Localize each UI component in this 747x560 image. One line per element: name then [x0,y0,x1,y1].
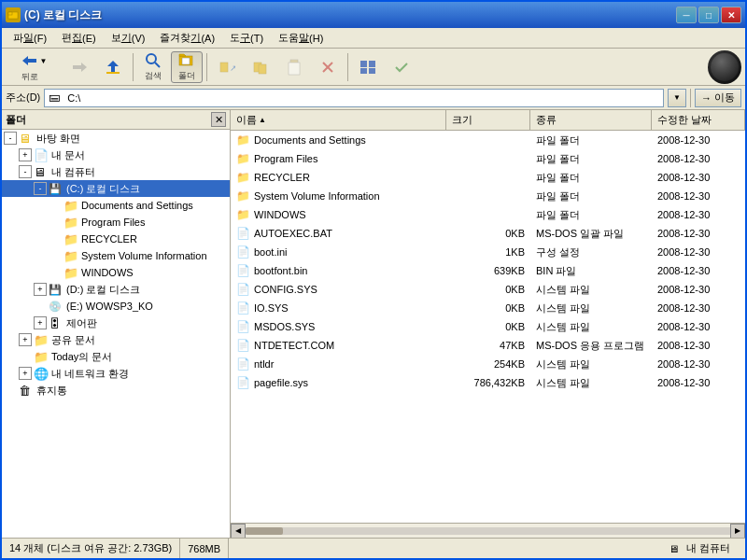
tree-item-mycomputer[interactable]: - 🖥 내 컴퓨터 [2,163,230,180]
search-button[interactable]: 검색 [137,51,169,83]
table-row[interactable]: 📁 Documents and Settings 파일 폴더 2008-12-3… [231,131,745,149]
file-sys-icon: 📄 [236,357,251,371]
menu-help[interactable]: 도움말(H) [271,29,331,48]
no-expand-programs [49,216,62,229]
tree-item-mydocs[interactable]: + 📄 내 문서 [2,147,230,163]
table-row[interactable]: 📁 WINDOWS 파일 폴더 2008-12-30 [231,205,745,224]
expand-shared-docs[interactable]: + [19,333,32,346]
expand-mycomputer[interactable]: - [19,165,32,178]
close-button[interactable]: ✕ [721,7,741,23]
file-type: 시스템 파일 [530,319,652,335]
move-button[interactable]: ↗ [211,51,243,83]
search-icon [144,51,162,68]
folder-locked-icon: 📁 [236,189,251,203]
expand-control-panel[interactable]: + [34,316,47,329]
table-row[interactable]: 📁 Program Files 파일 폴더 2008-12-30 [231,149,745,168]
status-size-label: 768MB [188,543,220,554]
tree-item-control-panel[interactable]: + 🎛 제어판 [2,315,230,331]
table-row[interactable]: 📄 bootfont.bin 639KB BIN 파일 2008-12-30 [231,261,745,280]
scroll-track[interactable] [246,527,730,535]
table-row[interactable]: 📄 IO.SYS 0KB 시스템 파일 2008-12-30 [231,299,745,317]
file-name-program-files: 📁 Program Files [231,150,446,167]
address-input[interactable] [67,92,659,104]
table-row[interactable]: 📄 ntldr 254KB 시스템 파일 2008-12-30 [231,355,745,373]
copy-button[interactable] [245,51,276,83]
tree-item-sysvolinfo[interactable]: 📁 System Volume Information [2,247,230,264]
tree-item-desktop[interactable]: - 🖥 바탕 화면 [2,130,230,147]
computer-icon: 🖥 [669,543,679,554]
svg-rect-23 [369,61,375,67]
file-size: 1KB [446,245,530,259]
tree-item-shared-docs[interactable]: + 📁 공유 문서 [2,331,230,348]
tree-item-recycler[interactable]: 📁 RECYCLER [2,231,230,247]
col-header-date[interactable]: 수정한 날짜 [652,110,745,130]
tree-item-docs-settings[interactable]: 📁 Documents and Settings [2,197,230,214]
expand-mydocs[interactable]: + [19,148,32,161]
tree-item-todays-docs[interactable]: 📁 Today의 문서 [2,348,230,365]
table-row[interactable]: 📄 pagefile.sys 786,432KB 시스템 파일 2008-12-… [231,373,745,392]
tree-item-drive-e[interactable]: 💿 (E:) WOWSP3_KO [2,298,230,315]
menu-view[interactable]: 보기(V) [104,29,153,48]
maximize-button[interactable]: □ [698,7,719,23]
col-header-size[interactable]: 크기 [446,110,530,130]
tree-close-button[interactable]: ✕ [211,112,226,127]
views-button[interactable] [352,51,384,83]
tree-item-drive-d[interactable]: + 💾 (D:) 로컬 디스크 [2,281,230,298]
menu-file[interactable]: 파일(F) [6,29,54,48]
verify-button[interactable] [386,51,417,83]
file-size [446,214,530,216]
tree-item-drive-c[interactable]: - 💾 (C:) 로컬 디스크 [2,180,230,197]
file-name-ntldr: 📄 ntldr [231,356,446,372]
expand-desktop[interactable]: - [4,132,17,145]
expand-drive-d[interactable]: + [34,283,47,296]
table-row[interactable]: 📄 AUTOEXEC.BAT 0KB MS-DOS 일괄 파일 2008-12-… [231,224,745,243]
file-size: 0KB [446,320,530,333]
delete-button[interactable] [312,51,344,83]
menu-edit[interactable]: 편집(E) [54,29,104,48]
tree-label-todays-docs: Today의 문서 [51,350,112,364]
file-type: 시스템 파일 [530,375,652,391]
paste-button[interactable] [278,51,310,83]
table-row[interactable]: 📄 CONFIG.SYS 0KB 시스템 파일 2008-12-30 [231,280,745,299]
tree-label-control-panel: 제어판 [66,316,97,330]
table-row[interactable]: 📁 System Volume Information 파일 폴더 2008-1… [231,187,745,205]
up-button[interactable] [97,51,129,83]
folders-button[interactable]: 폴더 [171,51,203,83]
search-label: 검색 [145,70,162,82]
main-content: 폴더 ✕ - 🖥 바탕 화면 + 📄 내 문서 - 🖥 내 컴퓨터 [2,110,745,538]
file-size [446,139,530,141]
tree-item-recycle-bin[interactable]: 🗑 휴지통 [2,382,230,399]
expand-drive-c[interactable]: - [34,182,47,195]
menu-favorites[interactable]: 즐겨찾기(A) [152,29,222,48]
file-size: 0KB [446,301,530,315]
table-row[interactable]: 📄 MSDOS.SYS 0KB 시스템 파일 2008-12-30 [231,317,745,336]
forward-button[interactable] [63,51,95,83]
col-header-name[interactable]: 이름 ▲ [231,110,446,130]
table-row[interactable]: 📄 NTDETECT.COM 47KB MS-DOS 응용 프로그램 2008-… [231,336,745,355]
file-date: 2008-12-30 [652,208,745,221]
expand-network[interactable]: + [19,367,32,380]
tree-item-windows[interactable]: 📁 WINDOWS [2,264,230,281]
scroll-thumb[interactable] [246,527,283,535]
col-type-label: 종류 [536,113,557,127]
col-header-type[interactable]: 종류 [530,110,652,130]
address-dropdown[interactable]: ▼ [668,89,686,107]
address-go-button[interactable]: → 이동 [695,89,741,107]
file-list-header: 이름 ▲ 크기 종류 수정한 날짜 [231,110,745,131]
menu-tools[interactable]: 도구(T) [222,29,271,48]
back-button[interactable]: 뒤로 ▼ [6,51,62,83]
horizontal-scrollbar[interactable]: ◀ ▶ [231,523,745,538]
status-location: 🖥 내 컴퓨터 [661,539,738,558]
tree-item-network[interactable]: + 🌐 내 네트워크 환경 [2,365,230,382]
file-bin-icon: 📄 [236,263,251,278]
tree-item-program-files[interactable]: 📁 Program Files [2,214,230,231]
scroll-right-arrow[interactable]: ▶ [730,524,745,539]
scroll-left-arrow[interactable]: ◀ [231,524,246,539]
minimize-button[interactable]: ─ [676,7,697,23]
table-row[interactable]: 📁 RECYCLER 파일 폴더 2008-12-30 [231,168,745,187]
file-size [446,176,530,178]
tree-pane: 폴더 ✕ - 🖥 바탕 화면 + 📄 내 문서 - 🖥 내 컴퓨터 [2,110,231,538]
table-row[interactable]: 📄 boot.ini 1KB 구성 설정 2008-12-30 [231,243,745,261]
toolbar-separator-3 [347,53,348,81]
tree-label-sysvolinfo: System Volume Information [81,250,207,261]
